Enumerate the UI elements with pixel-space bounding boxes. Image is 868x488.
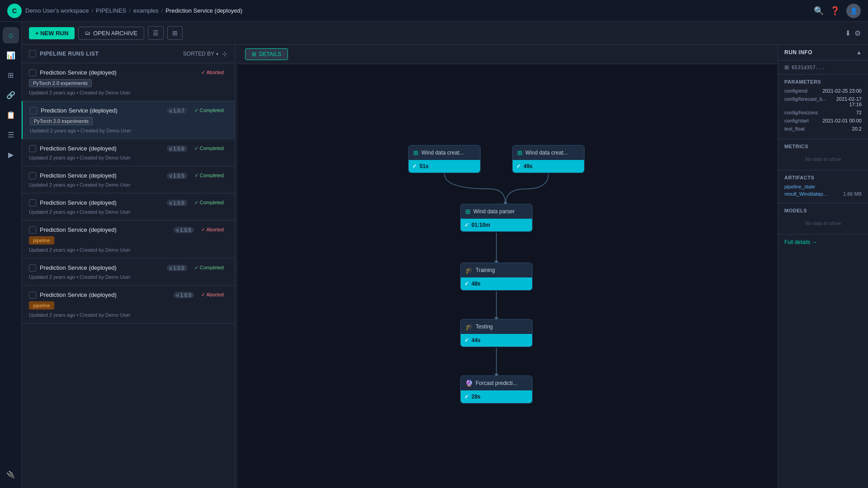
node-forecast-bar: ✓ 28s (461, 390, 532, 403)
node-wind1-header: ⊞ Wind data creat... (409, 145, 480, 160)
help-icon[interactable]: ❓ (830, 6, 840, 16)
run-item[interactable]: Prediction Service (deployed) v 1.0.5 ✓ … (22, 193, 235, 221)
nav-deploy[interactable]: ▶ (3, 146, 19, 163)
run-title: Prediction Service (deployed) (40, 264, 163, 271)
run-version: v 1.0.5 (174, 292, 194, 298)
sort-button[interactable]: SORTED BY ▾ (183, 51, 218, 57)
parameters-title: PARAMETERS (784, 79, 862, 84)
status-badge: ✓ Completed (191, 172, 227, 179)
run-id-text: 6531d357... (792, 65, 825, 70)
open-archive-button[interactable]: 🗂 OPEN ARCHIVE (78, 27, 144, 40)
details-tab-button[interactable]: ⊞ DETAILS (245, 48, 288, 60)
run-tag[interactable]: pipeline (29, 301, 54, 310)
run-checkbox[interactable] (29, 199, 36, 206)
run-checkbox[interactable] (29, 69, 36, 76)
run-meta: Updated 2 years ago • Created by Demo Us… (29, 155, 227, 160)
param-key: test_float (784, 126, 805, 131)
run-info-title: RUN INFO (784, 49, 812, 56)
run-item[interactable]: Prediction Service (deployed) v 1.0.5 ✓ … (22, 166, 235, 193)
breadcrumb-sep3: / (161, 7, 163, 14)
full-details-section: Full details → (778, 235, 868, 250)
run-title: Prediction Service (deployed) (40, 69, 194, 76)
param-row-5: test_float 20.2 (784, 126, 862, 131)
models-section: MODELS No data to show (778, 203, 868, 235)
node-forecast[interactable]: 🔮 Forcast predicti... ✓ 28s (460, 375, 533, 404)
content-area: + NEW RUN 🗂 OPEN ARCHIVE ☰ ⊞ ⬇ ⚙ PIPELIN… (22, 22, 868, 488)
node-testing[interactable]: 🎓 Testing ✓ 44s (460, 319, 533, 347)
settings-icon[interactable]: ⚙ (854, 29, 861, 38)
node-wind2-bar: ✓ 49s (513, 160, 584, 173)
select-all-checkbox[interactable] (29, 50, 36, 57)
right-panel: RUN INFO ▲ ⊞ 6531d357... PARAMETERS conf… (778, 45, 868, 488)
nav-pipelines[interactable]: 🔗 (3, 87, 19, 103)
nav-reports[interactable]: 📋 (3, 107, 19, 123)
nav-datasets[interactable]: ⊞ (3, 67, 19, 83)
artifacts-section: ARTIFACTS pipeline_state result_Winddata… (778, 170, 868, 203)
param-value: 2021-02-01 00:00 (822, 118, 862, 123)
run-title: Prediction Service (deployed) (41, 107, 163, 114)
run-info-header: RUN INFO ▲ (778, 45, 868, 61)
user-avatar[interactable]: 👤 (846, 4, 861, 18)
run-version: v 1.0.5 (167, 200, 187, 206)
metrics-section: METRICS No data to show (778, 139, 868, 170)
archive-icon: 🗂 (85, 30, 90, 36)
run-title: Prediction Service (deployed) (40, 145, 163, 152)
node-wind2-title: Wind data creat... (525, 150, 568, 156)
nav-experiments[interactable]: 📊 (3, 47, 19, 63)
run-title: Prediction Service (deployed) (40, 199, 163, 206)
run-item[interactable]: Prediction Service (deployed) v 1.0.6 ✓ … (22, 139, 235, 166)
run-tag[interactable]: pipeline (29, 236, 54, 244)
run-item[interactable]: Prediction Service (deployed) ✓ Aborted … (22, 63, 235, 101)
breadcrumb-workspace[interactable]: Demo User's workspace (25, 7, 89, 14)
nav-models[interactable]: ☰ (3, 127, 19, 143)
artifact-name[interactable]: result_Winddatap... (784, 191, 827, 197)
node-forecast-duration: 28s (472, 394, 481, 400)
list-view-button[interactable]: ☰ (148, 26, 164, 40)
filter-icon[interactable]: ⊹ (222, 50, 227, 57)
nav-integrations[interactable]: 🔌 (3, 466, 19, 483)
node-wind2[interactable]: ⊞ Wind data creat... ✓ 49s (512, 145, 585, 173)
run-id-row: ⊞ 6531d357... (778, 61, 868, 75)
run-tag[interactable]: PyTorch 2.0 experiments (30, 117, 93, 125)
node-wind1[interactable]: ⊞ Wind data creat... ✓ 51s (408, 145, 481, 173)
run-tag[interactable]: PyTorch 2.0 experiments (29, 79, 92, 87)
param-row-1: config/end 2021-02-25 23:00 (784, 88, 862, 94)
run-item[interactable]: Prediction Service (deployed) v 1.0.5 ✓ … (22, 221, 235, 258)
sort-chevron-icon: ▾ (216, 52, 218, 56)
status-badge: ✓ Completed (191, 107, 227, 114)
artifact-size: 1.66 MB (843, 191, 862, 197)
full-details-link[interactable]: Full details → (784, 239, 862, 245)
node-training[interactable]: 🎓 Training ✓ 48s (460, 263, 533, 291)
param-key: config/start (784, 118, 809, 123)
breadcrumb-examples[interactable]: examples (133, 7, 159, 14)
run-checkbox[interactable] (29, 291, 36, 299)
details-icon: ⊞ (252, 51, 256, 57)
grid-view-button[interactable]: ⊞ (167, 26, 183, 40)
nav-home[interactable]: ⌂ (3, 27, 19, 43)
search-icon[interactable]: 🔍 (814, 6, 824, 16)
run-checkbox[interactable] (29, 264, 36, 272)
run-item[interactable]: Prediction Service (deployed) v 1.0.5 ✓ … (22, 258, 235, 286)
run-checkbox[interactable] (29, 226, 36, 234)
run-checkbox[interactable] (29, 172, 36, 179)
run-id-icon: ⊞ (784, 64, 789, 70)
node-parser[interactable]: ⊞ Wind data parser ✓ 01:10m (460, 204, 533, 232)
run-checkbox[interactable] (29, 145, 36, 152)
app-logo[interactable]: C (7, 4, 22, 18)
breadcrumb: Demo User's workspace / PIPELINES / exam… (25, 7, 810, 14)
download-icon[interactable]: ⬇ (845, 29, 851, 38)
param-value: 20.2 (852, 126, 862, 131)
run-info-collapse-icon[interactable]: ▲ (856, 49, 862, 56)
breadcrumb-pipelines[interactable]: PIPELINES (96, 7, 126, 14)
node-wind1-bar: ✓ 51s (409, 160, 480, 173)
run-item[interactable]: Prediction Service (deployed) v 1.0.5 ✓ … (22, 286, 235, 324)
artifact-row-2: result_Winddatap... 1.66 MB (784, 191, 862, 197)
run-item[interactable]: Prediction Service (deployed) v 1.0.7 ✓ … (22, 101, 235, 139)
run-checkbox[interactable] (30, 107, 37, 114)
new-run-button[interactable]: + NEW RUN (29, 27, 75, 39)
status-badge: ✓ Completed (191, 145, 227, 152)
node-training-bar: ✓ 48s (461, 277, 532, 290)
node-testing-icon: 🎓 (465, 323, 473, 330)
artifact-name[interactable]: pipeline_state (784, 184, 815, 189)
left-nav: ⌂ 📊 ⊞ 🔗 📋 ☰ ▶ 🔌 (0, 22, 22, 488)
